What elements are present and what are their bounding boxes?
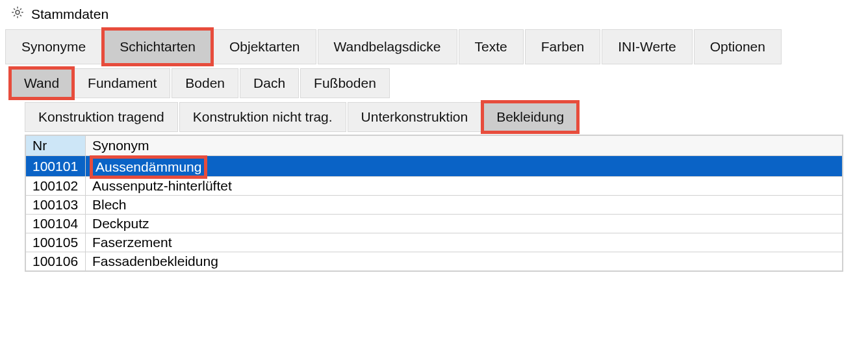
cell-synonym: Fassadenbekleidung — [86, 252, 843, 271]
tab-synonyme[interactable]: Synonyme — [5, 29, 102, 64]
cell-synonym: Blech — [86, 196, 843, 215]
cell-synonym: Deckputz — [86, 215, 843, 233]
tab-wand[interactable]: Wand — [10, 68, 73, 98]
window-title: Stammdaten — [31, 7, 108, 22]
tab-konstr-tragend[interactable]: Konstruktion tragend — [25, 102, 178, 132]
tab-dach[interactable]: Dach — [240, 68, 299, 98]
tabs-sub: WandFundamentBodenDachFußboden — [0, 68, 868, 98]
gear-icon — [10, 5, 25, 23]
table-row[interactable]: 100102Aussenputz-hinterlüftet — [26, 177, 843, 196]
cell-nr: 100104 — [26, 215, 86, 233]
tab-farben[interactable]: Farben — [525, 29, 601, 64]
tab-iniwerte[interactable]: INI-Werte — [602, 29, 692, 64]
table-row[interactable]: 100105Faserzement — [26, 233, 843, 252]
column-header-synonym[interactable]: Synonym — [86, 136, 843, 156]
cell-nr: 100105 — [26, 233, 86, 252]
table-row[interactable]: 100101Aussendämmung — [26, 156, 843, 177]
cell-synonym: Aussendämmung — [86, 156, 843, 177]
tab-bekleidung[interactable]: Bekleidung — [483, 102, 578, 132]
table-row[interactable]: 100103Blech — [26, 196, 843, 215]
tab-konstr-nicht-trag[interactable]: Konstruktion nicht trag. — [179, 102, 346, 132]
tab-optionen[interactable]: Optionen — [694, 29, 782, 64]
cell-nr: 100102 — [26, 177, 86, 196]
cell-nr: 100103 — [26, 196, 86, 215]
tab-wandbelagsdicke[interactable]: Wandbelagsdicke — [318, 29, 457, 64]
tab-schichtarten[interactable]: Schichtarten — [103, 29, 212, 64]
table-row[interactable]: 100104Deckputz — [26, 215, 843, 233]
column-header-nr[interactable]: Nr — [26, 136, 86, 156]
svg-point-0 — [16, 10, 19, 14]
table-wrap: Nr Synonym 100101Aussendämmung100102Auss… — [25, 135, 843, 272]
tab-texte[interactable]: Texte — [459, 29, 524, 64]
title-bar: Stammdaten — [0, 0, 868, 29]
table-row[interactable]: 100106Fassadenbekleidung — [26, 252, 843, 271]
cell-nr: 100101 — [26, 156, 86, 177]
table-header-row: Nr Synonym — [26, 136, 843, 156]
tab-objektarten[interactable]: Objektarten — [213, 29, 316, 64]
tab-boden[interactable]: Boden — [172, 68, 238, 98]
tabs-sub2: Konstruktion tragendKonstruktion nicht t… — [0, 102, 868, 132]
tabs-main: SynonymeSchichtartenObjektartenWandbelag… — [0, 29, 868, 64]
tab-fussboden[interactable]: Fußboden — [300, 68, 390, 98]
tab-fundament[interactable]: Fundament — [74, 68, 170, 98]
window: Stammdaten SynonymeSchichtartenObjektart… — [0, 0, 868, 342]
cell-synonym: Faserzement — [86, 233, 843, 252]
tab-unterkonstruktion[interactable]: Unterkonstruktion — [348, 102, 482, 132]
data-table: Nr Synonym 100101Aussendämmung100102Auss… — [25, 135, 843, 271]
cell-synonym: Aussenputz-hinterlüftet — [86, 177, 843, 196]
cell-nr: 100106 — [26, 252, 86, 271]
